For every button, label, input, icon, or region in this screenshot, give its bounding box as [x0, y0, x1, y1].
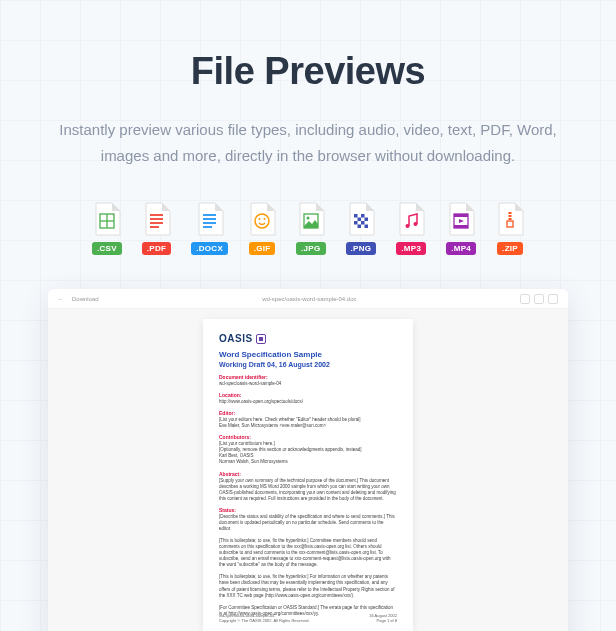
- window-close-icon[interactable]: [548, 294, 558, 304]
- svg-point-24: [406, 224, 410, 228]
- svg-rect-21: [361, 221, 365, 225]
- music-icon: [397, 202, 425, 236]
- filetype-badge: .ZIP: [497, 242, 523, 255]
- filetype-mp4: .MP4: [446, 202, 476, 255]
- page-description: Instantly preview various file types, in…: [48, 117, 568, 168]
- section-body: [List your editors here. Check whether "…: [219, 417, 397, 429]
- preview-toolbar: ← Download wd-spec/oasis-word-sample-04.…: [48, 289, 568, 309]
- svg-rect-29: [509, 212, 512, 214]
- smile-icon: [248, 202, 276, 236]
- section-label: Editor:: [219, 410, 397, 416]
- filetype-gif: .GIF: [248, 202, 276, 255]
- page-footer-right: 16 August 2002 Page 1 of 8: [369, 613, 397, 623]
- filetype-badge: .PDF: [142, 242, 171, 255]
- page-footer-left: wd-spec/oasis-word-sample-04 Copyright ©…: [219, 613, 310, 623]
- svg-rect-30: [509, 215, 512, 217]
- filetype-badge: .DOCX: [191, 242, 228, 255]
- svg-rect-16: [354, 214, 358, 218]
- filepath-label: wd-spec/oasis-word-sample-04.doc: [99, 296, 520, 302]
- svg-point-12: [259, 218, 261, 220]
- grid-icon: [93, 202, 121, 236]
- window-max-icon[interactable]: [534, 294, 544, 304]
- document-subtitle: Working Draft 04, 16 August 2002: [219, 361, 397, 368]
- page-title: File Previews: [30, 50, 586, 93]
- svg-rect-23: [364, 225, 368, 229]
- filetype-mp3: .MP3: [396, 202, 426, 255]
- download-button[interactable]: Download: [72, 296, 99, 302]
- document-viewport: OASIS Word Specification Sample Working …: [48, 309, 568, 631]
- svg-point-15: [306, 217, 309, 220]
- svg-rect-19: [364, 218, 368, 222]
- section-label: Abstract:: [219, 471, 397, 477]
- svg-rect-17: [361, 214, 365, 218]
- logo-mark-icon: [256, 334, 266, 344]
- film-icon: [447, 202, 475, 236]
- section-label: Status:: [219, 507, 397, 513]
- section-body: [Describe the status and stability of th…: [219, 514, 397, 617]
- svg-point-25: [414, 222, 418, 226]
- filetype-badge: .CSV: [92, 242, 122, 255]
- document-title: Word Specification Sample: [219, 350, 397, 359]
- zip-icon: [496, 202, 524, 236]
- filetype-pdf: .PDF: [142, 202, 171, 255]
- section-label: Document identifier:: [219, 374, 397, 380]
- checker-icon: [347, 202, 375, 236]
- lines-icon: [143, 202, 171, 236]
- section-body: wd-spec/oasis-word-sample-04: [219, 381, 397, 387]
- preview-window: ← Download wd-spec/oasis-word-sample-04.…: [48, 289, 568, 631]
- filetype-docx: .DOCX: [191, 202, 228, 255]
- oasis-logo: OASIS: [219, 333, 397, 344]
- svg-point-13: [264, 218, 266, 220]
- filetype-jpg: .JPG: [296, 202, 325, 255]
- filetype-badge: .GIF: [249, 242, 276, 255]
- window-min-icon[interactable]: [520, 294, 530, 304]
- section-body: [Supply your own summary of the technica…: [219, 478, 397, 502]
- filetype-badge: .PNG: [346, 242, 377, 255]
- filetype-csv: .CSV: [92, 202, 122, 255]
- svg-rect-28: [454, 225, 468, 228]
- filetype-badge: .MP4: [446, 242, 476, 255]
- image-icon: [297, 202, 325, 236]
- document-page: OASIS Word Specification Sample Working …: [203, 319, 413, 631]
- section-body: [List your contributors here.] [Optional…: [219, 441, 397, 465]
- section-body: http://www.oasis-open.org/spectools/docs…: [219, 399, 397, 405]
- lines-icon: [196, 202, 224, 236]
- filetype-icon-row: .CSV.PDF.DOCX.GIF.JPG.PNG.MP3.MP4.ZIP: [30, 202, 586, 255]
- filetype-badge: .JPG: [296, 242, 325, 255]
- section-label: Location:: [219, 392, 397, 398]
- svg-rect-31: [509, 218, 512, 220]
- svg-rect-22: [357, 225, 361, 229]
- filetype-zip: .ZIP: [496, 202, 524, 255]
- svg-rect-20: [354, 221, 358, 225]
- svg-rect-18: [357, 218, 361, 222]
- section-label: Contributors:: [219, 434, 397, 440]
- filetype-png: .PNG: [346, 202, 377, 255]
- svg-rect-27: [454, 214, 468, 217]
- filetype-badge: .MP3: [396, 242, 426, 255]
- back-button[interactable]: ←: [58, 296, 64, 302]
- logo-text: OASIS: [219, 333, 253, 344]
